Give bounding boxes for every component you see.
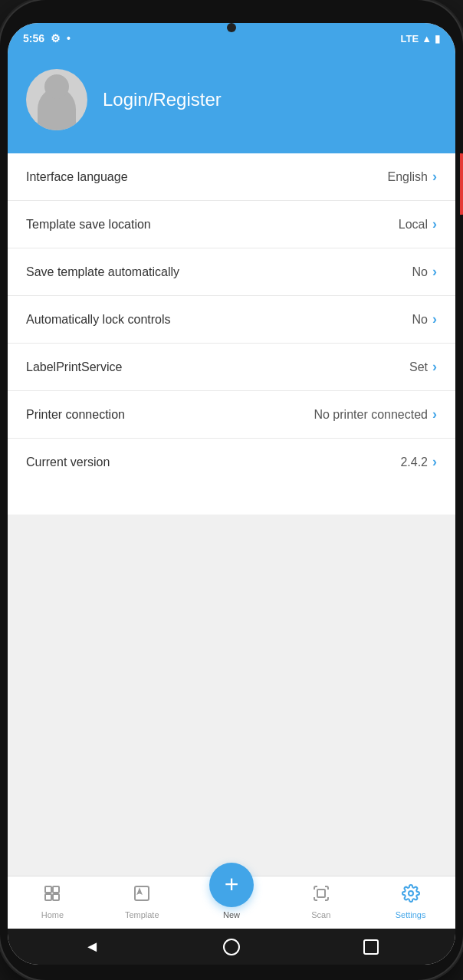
- settings-item-label-service[interactable]: LabelPrintService Set ›: [8, 344, 455, 391]
- language-chevron-icon: ›: [432, 169, 437, 185]
- svg-rect-0: [45, 886, 51, 893]
- back-button[interactable]: ◄: [84, 938, 100, 955]
- nav-item-scan[interactable]: Scan: [276, 884, 366, 919]
- status-left: 5:56 ⚙ •: [23, 32, 71, 44]
- lock-controls-value: No: [412, 313, 428, 327]
- nav-item-new[interactable]: + New: [187, 863, 277, 919]
- label-service-label: LabelPrintService: [26, 360, 122, 374]
- login-register-label[interactable]: Login/Register: [103, 89, 222, 110]
- gray-area: [8, 515, 455, 876]
- gear-icon: ⚙: [51, 32, 61, 44]
- template-nav-label: Template: [125, 910, 159, 919]
- new-fab-button[interactable]: +: [209, 863, 254, 907]
- svg-rect-3: [53, 894, 59, 900]
- save-auto-value-row: No ›: [412, 264, 437, 280]
- svg-point-5: [409, 891, 413, 896]
- version-value-row: 2.4.2 ›: [400, 454, 437, 470]
- printer-value: No printer connected: [314, 408, 428, 422]
- svg-rect-4: [317, 890, 325, 897]
- lock-controls-chevron-icon: ›: [432, 311, 437, 327]
- save-auto-chevron-icon: ›: [432, 264, 437, 280]
- lock-controls-value-row: No ›: [412, 311, 437, 327]
- home-nav-label: Home: [41, 910, 64, 919]
- language-value-row: English ›: [388, 169, 437, 185]
- avatar: [26, 69, 87, 130]
- home-indicator: ◄: [8, 929, 455, 965]
- label-service-value-row: Set ›: [409, 359, 437, 375]
- settings-icon: [402, 884, 420, 907]
- settings-item-version[interactable]: Current version 2.4.2 ›: [8, 439, 455, 485]
- version-value: 2.4.2: [400, 455, 428, 469]
- nav-item-settings[interactable]: Settings: [366, 884, 455, 919]
- phone-frame: 5:56 ⚙ • LTE ▲ ▮ Login/Register Interfac…: [0, 0, 463, 980]
- save-location-label: Template save location: [26, 218, 151, 232]
- side-button: [460, 153, 463, 215]
- settings-item-printer[interactable]: Printer connection No printer connected …: [8, 391, 455, 439]
- battery-icon: ▮: [435, 33, 440, 44]
- save-auto-label: Save template automatically: [26, 265, 179, 279]
- language-label: Interface language: [26, 170, 128, 184]
- template-icon: [133, 884, 151, 907]
- settings-item-lock-controls[interactable]: Automatically lock controls No ›: [8, 296, 455, 344]
- avatar-head: [44, 74, 69, 99]
- lock-controls-label: Automatically lock controls: [26, 313, 171, 327]
- svg-rect-1: [53, 886, 59, 893]
- time-display: 5:56: [23, 32, 44, 44]
- lte-label: LTE: [401, 33, 419, 44]
- label-service-value: Set: [409, 360, 428, 374]
- phone-screen: 5:56 ⚙ • LTE ▲ ▮ Login/Register Interfac…: [8, 23, 455, 965]
- printer-chevron-icon: ›: [432, 406, 437, 423]
- settings-nav-label: Settings: [396, 910, 426, 919]
- recents-button[interactable]: [363, 939, 379, 955]
- language-value: English: [388, 170, 428, 184]
- settings-item-save-auto[interactable]: Save template automatically No ›: [8, 248, 455, 296]
- scan-icon: [312, 884, 330, 907]
- settings-list: Interface language English › Template sa…: [8, 153, 455, 515]
- plus-icon: +: [225, 872, 239, 896]
- save-location-chevron-icon: ›: [432, 216, 437, 232]
- new-nav-label: New: [223, 910, 240, 919]
- bottom-nav: Home Template + New: [8, 876, 455, 929]
- signal-icon: ▲: [422, 33, 432, 44]
- save-auto-value: No: [412, 265, 428, 279]
- avatar-body: [38, 88, 76, 130]
- camera-notch: [227, 23, 236, 32]
- home-icon: [43, 884, 61, 907]
- profile-header[interactable]: Login/Register: [8, 54, 455, 153]
- nav-item-template[interactable]: Template: [97, 884, 187, 919]
- printer-value-row: No printer connected ›: [314, 406, 437, 423]
- settings-item-save-location[interactable]: Template save location Local ›: [8, 201, 455, 248]
- nav-item-home[interactable]: Home: [8, 884, 97, 919]
- printer-label: Printer connection: [26, 408, 125, 422]
- version-label: Current version: [26, 455, 110, 469]
- settings-item-language[interactable]: Interface language English ›: [8, 153, 455, 201]
- version-chevron-icon: ›: [432, 454, 437, 470]
- dot-indicator: •: [67, 32, 71, 44]
- label-service-chevron-icon: ›: [432, 359, 437, 375]
- svg-rect-2: [45, 894, 51, 900]
- scan-nav-label: Scan: [311, 910, 330, 919]
- save-location-value: Local: [399, 218, 428, 232]
- home-button[interactable]: [223, 939, 240, 955]
- status-right: LTE ▲ ▮: [401, 33, 440, 44]
- save-location-value-row: Local ›: [399, 216, 437, 232]
